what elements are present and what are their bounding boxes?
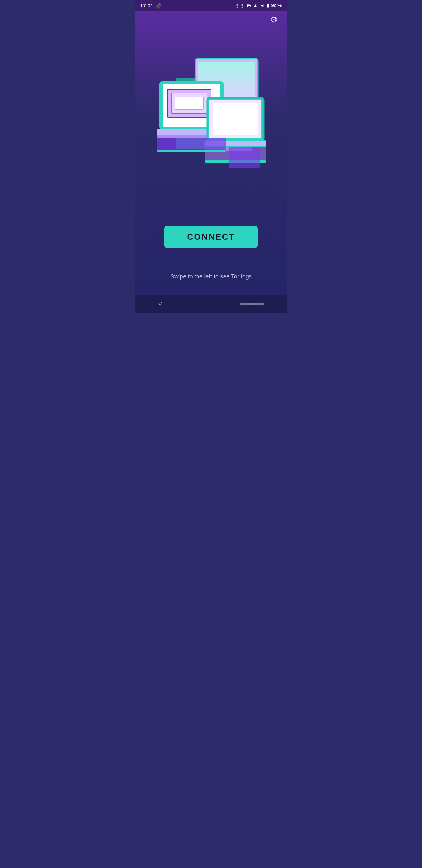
battery-percent: 92 % xyxy=(271,3,282,8)
header: ⚙ xyxy=(266,11,282,29)
illustration-area xyxy=(152,47,270,180)
signal-icon: ◄ xyxy=(260,3,265,8)
home-bar[interactable] xyxy=(240,303,264,305)
vibrate-icon: ⋮⋮ xyxy=(234,3,245,9)
mute-icon: ⊖ xyxy=(247,2,251,9)
svg-rect-25 xyxy=(229,147,260,168)
status-time: 17:01 xyxy=(140,3,153,9)
bottom-nav-bar: < xyxy=(135,295,287,313)
laptop-scene xyxy=(152,47,270,180)
svg-rect-13 xyxy=(175,97,203,109)
swipe-hint: Swipe to the left to see Tor logs xyxy=(135,273,287,280)
status-bar: 17:01 💣 ⋮⋮ ⊖ ▲ ◄ ▮ 92 % xyxy=(135,0,287,11)
battery-icon: ▮ xyxy=(266,3,269,8)
connect-button[interactable]: CONNECT xyxy=(164,226,258,248)
svg-rect-23 xyxy=(157,138,226,151)
wifi-icon: ▲ xyxy=(253,3,258,8)
status-right: ⋮⋮ ⊖ ▲ ◄ ▮ 92 % xyxy=(234,2,282,9)
status-left: 17:01 💣 xyxy=(140,3,162,9)
settings-icon[interactable]: ⚙ xyxy=(270,15,278,25)
laptop-illustration-svg xyxy=(152,47,270,180)
back-button[interactable]: < xyxy=(158,300,163,308)
bomb-icon: 💣 xyxy=(156,3,162,9)
svg-rect-24 xyxy=(157,150,226,152)
svg-rect-18 xyxy=(213,103,258,135)
